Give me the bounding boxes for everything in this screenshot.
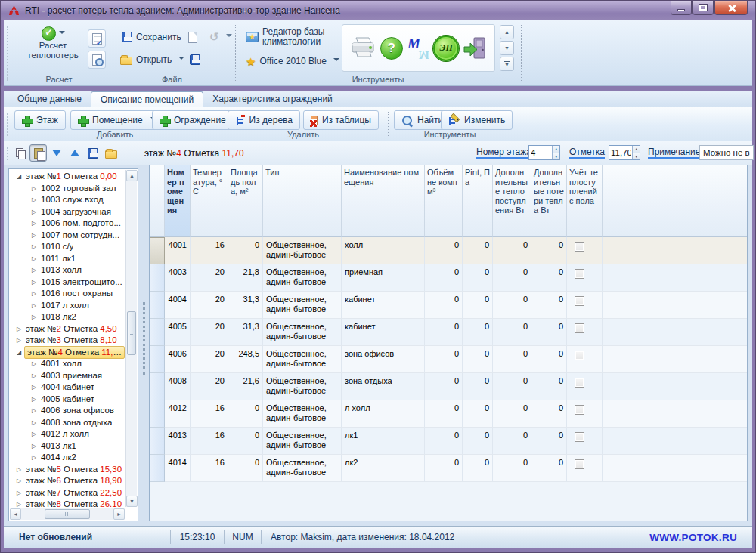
tree-collapsed-icon[interactable]: ▷ bbox=[32, 417, 41, 429]
floor-heat-checkbox[interactable] bbox=[575, 351, 584, 360]
cell-name[interactable]: зона отдыха bbox=[342, 373, 425, 400]
scroll-down-button[interactable]: ▼ bbox=[126, 496, 138, 507]
cell-number[interactable]: 4008 bbox=[165, 373, 191, 400]
cell-extra_loss[interactable]: 0 bbox=[531, 373, 567, 400]
tree-collapsed-icon[interactable]: ▷ bbox=[17, 475, 26, 487]
row-header[interactable] bbox=[150, 400, 165, 428]
mark-stepper[interactable]: ▲▼ bbox=[609, 145, 640, 160]
tree-collapsed-icon[interactable]: ▷ bbox=[32, 241, 41, 253]
column-header[interactable]: Дополнительные теплопоступления Вт bbox=[493, 165, 531, 237]
cell-extra_gain[interactable]: 0 bbox=[493, 346, 531, 373]
cell-extra_gain[interactable]: 0 bbox=[493, 373, 531, 400]
undo-button[interactable]: ↺ bbox=[205, 28, 237, 46]
floor-number-input[interactable] bbox=[529, 146, 552, 159]
grid-row[interactable]: 4001160Общественное, админ-бытовоехолл00… bbox=[150, 237, 747, 264]
ribbon-scroll-up-button[interactable]: ▲ bbox=[500, 25, 514, 39]
tree-collapsed-icon[interactable]: ▷ bbox=[32, 452, 41, 464]
column-header[interactable]: Pint, Па bbox=[463, 165, 493, 237]
paste-button[interactable] bbox=[29, 144, 47, 162]
tree-collapsed-icon[interactable]: ▷ bbox=[32, 382, 41, 394]
minimize-button[interactable] bbox=[671, 1, 692, 15]
floor-heat-checkbox[interactable] bbox=[575, 378, 584, 388]
close-button[interactable] bbox=[714, 1, 748, 15]
tab-enclosure-characteristics[interactable]: Характеристика ограждений bbox=[203, 91, 342, 107]
cell-area[interactable]: 21,8 bbox=[228, 264, 263, 292]
cell-extra_gain[interactable]: 0 bbox=[493, 292, 531, 319]
tree-collapsed-icon[interactable]: ▷ bbox=[32, 440, 41, 453]
grid-row[interactable]: 400620248,5Общественное, админ-бытовоезо… bbox=[150, 346, 747, 373]
cell-number[interactable]: 4012 bbox=[165, 400, 191, 428]
cell-number[interactable]: 4003 bbox=[165, 264, 191, 292]
cell-extra_gain[interactable]: 0 bbox=[493, 264, 531, 292]
cell-type[interactable]: Общественное, админ-бытовое bbox=[263, 428, 342, 455]
cell-extra_loss[interactable]: 0 bbox=[531, 319, 567, 346]
row-header[interactable] bbox=[150, 292, 165, 319]
row-header[interactable] bbox=[150, 428, 165, 455]
help-button[interactable]: ? bbox=[380, 37, 403, 60]
m-tool-button[interactable]: М М bbox=[407, 36, 429, 61]
delete-from-tree-button[interactable]: Из дерева bbox=[228, 110, 300, 130]
cell-area[interactable]: 0 bbox=[228, 400, 263, 428]
cell-volume[interactable]: 0 bbox=[425, 373, 463, 400]
cell-extra_loss[interactable]: 0 bbox=[531, 346, 567, 373]
cell-name[interactable]: зона офисов bbox=[342, 346, 425, 373]
tree-room-item[interactable]: ▷4004 кабинет bbox=[11, 382, 125, 394]
cell-temp[interactable]: 20 bbox=[191, 373, 228, 400]
tree-collapsed-icon[interactable]: ▷ bbox=[17, 323, 26, 335]
tree-room-item[interactable]: ▷4001 холл bbox=[11, 358, 125, 370]
tree-floor-item[interactable]: ◢этаж №1 Отметка 0,00 bbox=[11, 171, 125, 183]
tree-floor-item[interactable]: ▷этаж №6 Отметка 18,90 bbox=[11, 475, 125, 487]
cell-name[interactable]: л холл bbox=[342, 400, 425, 428]
row-header[interactable] bbox=[150, 319, 165, 346]
tree-room-item[interactable]: ▷1013 холл bbox=[11, 264, 125, 276]
tab-room-description[interactable]: Описание помещений bbox=[91, 91, 203, 107]
tree-floor-item[interactable]: ◢этаж №4 Отметка 11,70 bbox=[11, 347, 125, 359]
floor-heat-checkbox[interactable] bbox=[575, 432, 584, 442]
cell-extra_loss[interactable]: 0 bbox=[531, 455, 567, 482]
cell-pint[interactable]: 0 bbox=[463, 428, 493, 455]
tree-expanded-icon[interactable]: ◢ bbox=[17, 171, 26, 183]
open-button[interactable]: Открыть bbox=[116, 51, 189, 69]
tree-room-item[interactable]: ▷1016 пост охраны bbox=[11, 288, 125, 300]
spin-up-icon[interactable]: ▲ bbox=[633, 146, 640, 153]
row-header[interactable] bbox=[150, 373, 165, 400]
cell-area[interactable]: 0 bbox=[228, 428, 263, 455]
cell-volume[interactable]: 0 bbox=[425, 346, 463, 373]
tree-collapsed-icon[interactable]: ▷ bbox=[32, 394, 41, 406]
quick-save-button[interactable] bbox=[84, 144, 101, 162]
scrollbar-thumb[interactable] bbox=[45, 509, 90, 519]
ep-tool-button[interactable]: ЭП bbox=[433, 36, 459, 61]
tree-room-item[interactable]: ▷1003 служ.вход bbox=[11, 194, 125, 206]
cell-name[interactable]: кабинет bbox=[342, 292, 425, 319]
theme-selector-button[interactable]: ★ Office 2010 Blue bbox=[241, 52, 344, 70]
grid-row[interactable]: 40032021,8Общественное, админ-бытовоепри… bbox=[150, 264, 747, 292]
cell-extra_loss[interactable]: 0 bbox=[531, 400, 567, 428]
tree-collapsed-icon[interactable]: ▷ bbox=[32, 276, 41, 289]
tree-room-item[interactable]: ▷1018 лк2 bbox=[11, 311, 125, 323]
cell-number[interactable]: 4005 bbox=[165, 319, 191, 346]
cell-extra_loss[interactable]: 0 bbox=[531, 237, 567, 264]
tree-collapsed-icon[interactable]: ▷ bbox=[32, 300, 41, 312]
cell-volume[interactable]: 0 bbox=[425, 319, 463, 346]
column-header[interactable]: Тип bbox=[263, 165, 342, 237]
cell-extra_loss[interactable]: 0 bbox=[531, 428, 567, 455]
cell-pint[interactable]: 0 bbox=[463, 292, 493, 319]
tree-floor-item[interactable]: ▷этаж №2 Отметка 4,50 bbox=[11, 323, 125, 335]
cell-extra_loss[interactable]: 0 bbox=[531, 292, 567, 319]
spin-up-icon[interactable]: ▲ bbox=[553, 146, 559, 153]
mark-input[interactable] bbox=[609, 146, 632, 159]
cell-pint[interactable]: 0 bbox=[463, 264, 493, 292]
move-up-button[interactable] bbox=[66, 144, 83, 162]
tree-vertical-scrollbar[interactable]: ▲ ▼ bbox=[125, 170, 137, 507]
tree-collapsed-icon[interactable]: ▷ bbox=[32, 206, 41, 218]
tree-floor-item[interactable]: ▷этаж №5 Отметка 15,30 bbox=[11, 464, 125, 476]
cell-type[interactable]: Общественное, админ-бытовое bbox=[263, 373, 342, 400]
cell-number[interactable]: 4013 bbox=[165, 428, 191, 455]
ribbon-collapse-button[interactable]: ▼ bbox=[500, 57, 514, 71]
calc-heatloss-button[interactable]: Расчет теплопотерь bbox=[20, 25, 85, 73]
cell-name[interactable]: холл bbox=[342, 237, 425, 264]
cell-extra_gain[interactable]: 0 bbox=[493, 237, 531, 264]
delete-from-table-button[interactable]: Из таблицы bbox=[303, 110, 379, 130]
floor-number-stepper[interactable]: ▲▼ bbox=[528, 145, 560, 160]
tree-room-item[interactable]: ▷1015 электрощито... bbox=[11, 276, 125, 289]
